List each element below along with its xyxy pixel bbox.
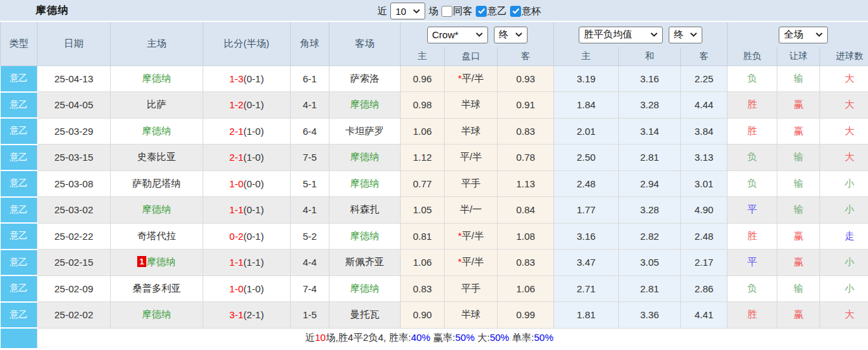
date-cell: 25-03-02 (38, 197, 111, 224)
asian-time-select[interactable]: 终 (494, 27, 528, 43)
home-team-name[interactable]: 摩德纳 (142, 125, 172, 136)
corner-cell: 5-1 (291, 170, 329, 197)
europe-time-select[interactable]: 终 (669, 27, 702, 43)
filter-checkbox-label: 同客 (453, 5, 473, 18)
home-team-name[interactable]: 摩德纳 (142, 73, 172, 84)
home-team-name[interactable]: 奇塔代拉 (137, 230, 176, 241)
ah-line-text: 平/半 (460, 151, 482, 162)
away-team-name[interactable]: 摩德纳 (350, 230, 379, 241)
home-team-name[interactable]: 桑普多利亚 (133, 283, 181, 294)
ah-line-text: 平/半 (462, 230, 484, 241)
home-team-cell: 摩德纳 (111, 118, 203, 145)
away-team-name[interactable]: 摩德纳 (350, 99, 379, 110)
checkbox-icon (476, 6, 487, 17)
col-header-corner: 角球 (291, 22, 329, 65)
handicap-result-cell: 输 (777, 170, 820, 197)
sub-header-winloss: 胜负 (728, 47, 777, 65)
halftime-score: (0-1) (243, 231, 264, 242)
eu-away-odds-cell: 4.90 (681, 197, 728, 224)
away-team-name[interactable]: 斯佩齐亚 (346, 256, 384, 267)
eu-draw-odds-cell: 3.28 (619, 197, 681, 224)
away-team-name[interactable]: 萨索洛 (350, 73, 379, 84)
ah-line-text: 平手 (462, 283, 481, 294)
date-cell: 25-03-15 (38, 145, 111, 171)
ah-away-odds-cell: 0.83 (498, 250, 554, 276)
recent-count-select[interactable]: 10 (390, 3, 425, 19)
halftime-score: (0-1) (243, 73, 264, 84)
summary-segment: 近 (305, 332, 315, 343)
summary-stats: 近10场,胜4平2负4, 胜率:40% 赢率:50% 大:50% 单率:50% (38, 328, 868, 348)
eu-home-odds-cell: 2.48 (554, 170, 619, 197)
corner-cell: 5-2 (291, 223, 329, 250)
home-team-cell: 摩德纳 (111, 65, 203, 92)
away-team-name[interactable]: 科森扎 (350, 204, 379, 215)
score-cell: 1-1(1-1) (203, 250, 291, 276)
score-cell: 1-0(1-0) (203, 275, 291, 302)
europe-company-select[interactable]: 胜平负均值 (579, 27, 663, 43)
recent-label: 近 (377, 5, 387, 18)
ah-away-odds-cell: 0.84 (498, 197, 554, 224)
ah-away-odds-cell: 1.06 (498, 275, 554, 302)
eu-away-odds-cell: 2.25 (681, 65, 728, 92)
home-team-name[interactable]: 摩德纳 (147, 256, 176, 267)
away-team-name[interactable]: 曼托瓦 (350, 309, 379, 320)
halftime-score: (1-0) (243, 126, 264, 137)
date-cell: 25-02-09 (38, 275, 111, 302)
asian-company-select[interactable]: Crow* (427, 27, 488, 43)
winloss-result-cell: 负 (728, 145, 777, 171)
ah-home-odds-cell: 1.05 (401, 197, 445, 224)
col-header-home: 主场 (111, 22, 203, 65)
filter-checkbox[interactable]: 意杯 (510, 5, 541, 18)
match-rows: 意乙 25-04-13 摩德纳 1-3(0-1) 6-1 萨索洛 0.96 *平… (1, 65, 868, 328)
ah-home-odds-cell: 1.06 (401, 250, 445, 276)
home-team-cell: 摩德纳 (111, 302, 203, 329)
handicap-result-cell: 输 (777, 275, 820, 302)
winloss-result-cell: 胜 (728, 223, 777, 250)
filter-checkbox[interactable]: 意乙 (476, 5, 507, 18)
summary-segment: 50% (455, 332, 474, 343)
away-team-name[interactable]: 摩德纳 (350, 178, 379, 189)
away-team-cell: 萨索洛 (329, 65, 401, 92)
home-team-name[interactable]: 比萨 (147, 99, 166, 110)
ah-line-text: 半/一 (460, 204, 482, 215)
ah-line-cell: 半球 (445, 92, 498, 119)
away-team-name[interactable]: 摩德纳 (350, 151, 379, 162)
home-team-name[interactable]: 史泰比亚 (137, 151, 176, 162)
col-header-away: 客场 (329, 22, 401, 65)
ah-line-cell: 平手 (445, 170, 498, 197)
ah-home-odds-cell: 0.98 (401, 92, 445, 119)
ah-line-text: 平/半 (462, 256, 484, 267)
handicap-result-cell: 赢 (777, 250, 820, 276)
away-team-name[interactable]: 卡坦萨罗 (346, 125, 384, 136)
corner-cell: 4-1 (291, 92, 329, 119)
filter-checkbox[interactable]: 同客 (441, 5, 473, 18)
home-team-cell: 1摩德纳 (111, 250, 203, 276)
ah-line-cell: 半/一 (445, 197, 498, 224)
eu-draw-odds-cell: 3.28 (619, 92, 681, 119)
fulltime-score: 1-2 (229, 99, 243, 110)
ah-home-odds-cell: 0.81 (401, 223, 445, 250)
home-team-name[interactable]: 摩德纳 (142, 204, 172, 215)
home-team-name[interactable]: 摩德纳 (142, 309, 172, 320)
result-scope-select[interactable]: 全场 (779, 27, 828, 43)
home-team-cell: 奇塔代拉 (111, 223, 203, 250)
eu-away-odds-cell: 3.84 (681, 118, 728, 145)
eu-home-odds-cell: 1.81 (554, 302, 619, 329)
ah-line-cell: *平/半 (445, 65, 498, 92)
page-title: 摩德纳 (36, 4, 69, 18)
halftime-score: (1-1) (243, 257, 264, 268)
eu-home-odds-cell: 2.50 (554, 145, 619, 171)
league-type-cell: 意乙 (1, 170, 38, 197)
handicap-result-cell: 赢 (777, 302, 820, 329)
home-team-name[interactable]: 萨勒尼塔纳 (133, 178, 181, 189)
eu-away-odds-cell: 2.17 (681, 250, 728, 276)
league-type-cell: 意乙 (1, 92, 38, 119)
fulltime-score: 2-1 (229, 126, 243, 137)
ah-line-cell: *平/半 (445, 223, 498, 250)
goals-result-cell: 小 (820, 275, 868, 302)
summary-segment: 大: (474, 332, 489, 343)
ah-away-odds-cell: 1.13 (498, 170, 554, 197)
away-team-name[interactable]: 摩德纳 (350, 283, 379, 294)
away-team-cell: 斯佩齐亚 (329, 250, 401, 276)
date-cell: 25-02-22 (38, 223, 111, 250)
